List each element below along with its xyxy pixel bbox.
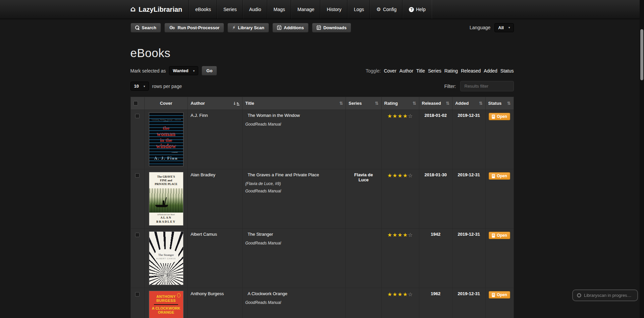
nav-item-ebooks[interactable]: eBooks [189,0,217,19]
star-filled-icon: ★ [387,172,392,179]
toggle-label: Toggle: [366,68,381,74]
sort-icon: ⇅ [446,101,449,106]
nav-item-series[interactable]: Series [217,0,243,19]
added-date: 2019-12-31 [452,229,485,288]
column-header-cover[interactable]: Cover [144,97,187,110]
star-filled-icon: ★ [392,113,397,119]
brand[interactable]: ⌂ LazyLibrarian [130,0,189,19]
toggle-rating[interactable]: Rating [444,68,458,74]
added-date: 2019-12-31 [452,110,485,169]
star-filled-icon: ★ [392,172,397,179]
column-header-released[interactable]: Released ⇅ [419,97,452,110]
ereader-icon [492,115,495,119]
book-title-link[interactable]: The Woman in the Window [245,113,300,118]
nav-item-manage[interactable]: Manage [291,0,321,19]
top-navbar: ⌂ LazyLibrarian eBooks Series Audio Mags… [0,0,644,19]
downloads-button[interactable]: Downloads [312,23,351,33]
toast-message: Libraryscan in progress ... [584,293,633,298]
rating-stars: ★★★★☆ [381,288,419,318]
star-filled-icon: ★ [403,291,408,298]
toggle-released[interactable]: Released [461,68,481,74]
series-cell [346,110,381,169]
help-icon: ? [409,7,414,12]
book-cover[interactable]: ANTHONY BURGESS A CLOCKWORK ORANGE [149,291,183,318]
star-empty-icon: ☆ [408,291,413,298]
ereader-icon [492,174,495,178]
caret-down-icon: ▾ [193,69,195,73]
ebooks-table: Cover Author ↓ Title ⇅ [130,97,514,318]
book-cover[interactable]: “Astounding, Thrilling, Amazing” —GILLIA… [149,113,183,166]
star-filled-icon: ★ [403,232,408,238]
toggle-status[interactable]: Status [500,68,514,74]
go-button[interactable]: Go [202,66,217,76]
book-title-link[interactable]: The Stranger [245,232,273,237]
rating-stars: ★★★★☆ [381,110,419,169]
nav-item-mags[interactable]: Mags [267,0,291,19]
author-name[interactable]: Albert Camus [191,232,217,237]
rating-stars: ★★★★☆ [381,229,419,288]
column-header-added[interactable]: Added ⇅ [452,97,485,110]
gear-icon: ⚙ [376,6,381,12]
nav-item-config[interactable]: ⚙ Config [370,0,402,19]
ereader-icon [492,293,495,297]
toggle-series[interactable]: Series [428,68,441,74]
filter-input[interactable] [460,81,514,91]
nav-item-logs[interactable]: Logs [347,0,370,19]
star-filled-icon: ★ [387,232,392,238]
table-row: ANTHONY BURGESS A CLOCKWORK ORANGE Antho… [130,288,514,318]
select-all-checkbox[interactable] [133,101,138,105]
star-filled-icon: ★ [397,113,402,119]
sort-icon: ⇅ [479,101,483,106]
language-select[interactable]: All ▾ [494,23,514,32]
gears-icon: ⚙⚙ [169,25,175,30]
author-name[interactable]: Alan Bradley [191,172,215,177]
mark-selected-label: Mark selected as [130,68,166,74]
cover-quote: “Astounding, Thrilling, Amazing” —GILLIA… [149,119,183,122]
toggle-author[interactable]: Author [399,68,413,74]
released-date: 1942 [419,229,452,288]
brand-label: LazyLibrarian [139,6,182,13]
source-note: GoodReads Manual [245,240,343,247]
nav-item-audio[interactable]: Audio [243,0,267,19]
additions-button[interactable]: Additions [272,23,309,33]
open-button[interactable]: Open [489,232,510,239]
row-checkbox[interactable] [135,114,140,118]
column-header-series[interactable]: Series ⇅ [346,97,381,110]
toggle-cover[interactable]: Cover [384,68,396,74]
book-title-link[interactable]: The Graves a Fine and Private Place [245,172,319,177]
library-scan-button[interactable]: ⚡ Library Scan [227,23,269,33]
mark-selected-select[interactable]: Wanted ▾ [169,66,198,75]
penguin-logo [177,293,180,298]
column-header-rating[interactable]: Rating ⇅ [381,97,419,110]
column-header-title[interactable]: Title ⇅ [243,97,346,110]
search-button[interactable]: Search [130,23,161,33]
open-button[interactable]: Open [489,172,510,180]
spinner-icon [577,293,581,298]
star-empty-icon: ☆ [408,172,413,179]
author-name[interactable]: A.J. Finn [191,113,208,118]
toggle-added[interactable]: Added [484,68,497,74]
book-cover[interactable]: The GRAVE'S FINE and PRIVATE PLACE A Fla… [149,172,183,225]
row-checkbox[interactable] [135,292,140,297]
nav-item-help[interactable]: ? Help [402,0,432,19]
open-button[interactable]: Open [489,113,510,120]
page-title: eBooks [130,46,514,60]
star-filled-icon: ★ [397,172,402,179]
nav-item-history[interactable]: History [320,0,347,19]
open-button[interactable]: Open [489,291,510,299]
run-post-processor-button[interactable]: ⚙⚙ Run Post-Processor [164,23,224,33]
book-cover[interactable]: The Stranger ALBERT CAMUS [149,232,183,285]
author-name[interactable]: Anthony Burgess [191,291,224,296]
select-all-header [130,97,144,110]
scrollbar-thumb[interactable] [640,29,643,80]
row-checkbox[interactable] [135,173,140,178]
caret-down-icon: ▾ [508,26,510,29]
column-header-author[interactable]: Author ↓ [188,97,243,110]
rows-per-page-select[interactable]: 10 ▾ [130,82,149,91]
book-title-link[interactable]: A Clockwork Orange [245,291,287,296]
source-note: GoodReads Manual [245,121,343,128]
series-cell [346,288,381,318]
column-header-status[interactable]: Status ⇅ [485,97,514,110]
row-checkbox[interactable] [135,233,140,237]
toggle-title[interactable]: Title [416,68,425,74]
